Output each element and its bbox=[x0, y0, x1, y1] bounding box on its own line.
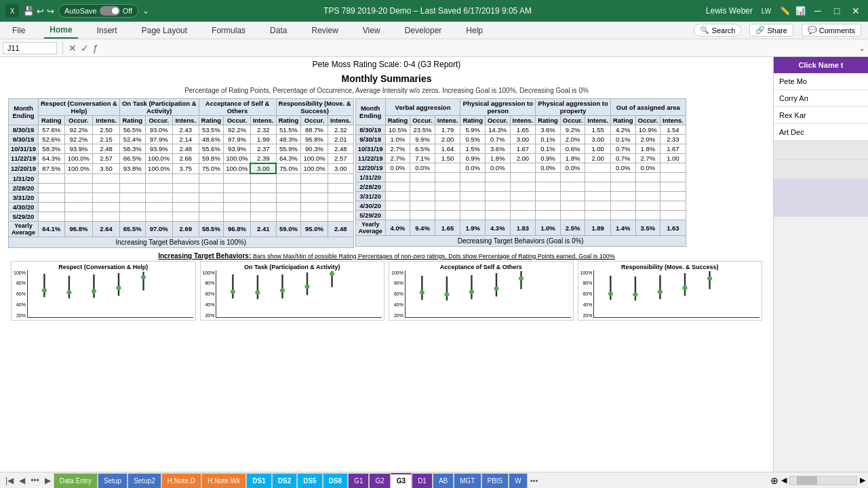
confirm-formula-icon[interactable]: ✓ bbox=[81, 43, 89, 54]
add-sheet-button[interactable]: ⊕ bbox=[770, 475, 778, 486]
sheet-tab-setup2[interactable]: Setup2 bbox=[127, 473, 161, 488]
scroll-right-button[interactable]: ▶ bbox=[860, 476, 865, 485]
save-icon[interactable]: 💾 bbox=[23, 6, 34, 16]
chart-responsibility-area: 100%80%60%40%20% bbox=[580, 270, 760, 318]
panel-header: Click Name t bbox=[774, 57, 868, 73]
chart-acceptance: Acceptance of Self & Others 100%80%60%40… bbox=[389, 261, 574, 321]
tab-insert[interactable]: Insert bbox=[92, 23, 123, 38]
yearly-avg-row-decreasing: YearlyAverage 4.0%9.4%1.65 1.9%4.3%1.83 … bbox=[355, 220, 686, 236]
more-sheets-indicator[interactable]: ••• bbox=[528, 476, 541, 485]
svg-point-7 bbox=[92, 289, 96, 293]
sheet-tab-w[interactable]: W bbox=[509, 473, 527, 488]
scrollbar[interactable] bbox=[789, 476, 857, 485]
table-row: 1/31/20 bbox=[355, 173, 686, 182]
table-row: 10/31/192.7%6.5%1.641.5%3.6%1.670.1%0.6%… bbox=[355, 144, 686, 154]
chart-acceptance-area: 100%80%60%40%20% bbox=[391, 270, 571, 318]
comments-button[interactable]: 💬 Comments bbox=[802, 24, 861, 37]
sheet-tab-ds1[interactable]: DS1 bbox=[246, 473, 271, 488]
sheet-tab-data-entry[interactable]: Data Entry bbox=[54, 473, 98, 488]
chart-ontask-yaxis: 100%80%60%40%20% bbox=[203, 270, 216, 318]
decreasing-table: MonthEnding Verbal aggression Physical a… bbox=[355, 98, 686, 236]
chart-ontask-title: On Task (Participation & Activity) bbox=[203, 264, 382, 270]
decreasing-section-label: Decreasing Target Behaviors (Goal is 0%) bbox=[355, 236, 686, 247]
charts-section: Increasing Target Behaviors: Bars show M… bbox=[11, 252, 762, 321]
table-row: 3/31/20 bbox=[9, 192, 354, 202]
tabs-first-button[interactable]: |◀ bbox=[3, 476, 16, 485]
chart-ontask-plot bbox=[216, 270, 382, 318]
quick-access-toolbar: 💾 ↩ ↪ bbox=[23, 6, 54, 16]
sheet-tab-ds8[interactable]: DS8 bbox=[323, 473, 348, 488]
scrollbar-thumb[interactable] bbox=[797, 476, 817, 485]
maximize-button[interactable]: □ bbox=[830, 4, 844, 18]
sheet-tab-ds2[interactable]: DS2 bbox=[272, 473, 297, 488]
tab-home[interactable]: Home bbox=[44, 22, 77, 39]
panel-item-corry[interactable]: Corry An bbox=[774, 90, 868, 107]
sheet-tab-pbis[interactable]: PBIS bbox=[481, 473, 509, 488]
svg-point-37 bbox=[658, 289, 663, 293]
sheet-tab-hnotewk[interactable]: H.Note.Wk bbox=[201, 473, 246, 488]
autosave-switch[interactable] bbox=[100, 6, 120, 16]
sheet-tab-ds5[interactable]: DS5 bbox=[297, 473, 322, 488]
tab-help[interactable]: Help bbox=[460, 23, 488, 38]
formula-input[interactable] bbox=[101, 44, 856, 52]
table-row: 8/30/1910.5%23.5%1.795.9%14.3%1.653.6%9.… bbox=[355, 125, 686, 135]
customize-icon[interactable]: ⌄ bbox=[142, 6, 149, 16]
tab-review[interactable]: Review bbox=[306, 23, 343, 38]
panel-item-rex[interactable]: Rex Kar bbox=[774, 107, 868, 124]
tab-developer[interactable]: Developer bbox=[399, 23, 448, 38]
prop-rating-h: Rating bbox=[536, 116, 561, 125]
present-icon[interactable]: 📊 bbox=[795, 6, 806, 16]
table-row: 11/22/192.7%7.1%1.500.9%1.8%2.000.9%1.8%… bbox=[355, 154, 686, 163]
sheet-tab-d1[interactable]: D1 bbox=[412, 473, 433, 488]
close-button[interactable]: ✕ bbox=[849, 4, 863, 18]
tab-page-layout[interactable]: Page Layout bbox=[136, 23, 193, 38]
tab-formulas[interactable]: Formulas bbox=[206, 23, 251, 38]
cell-reference-box[interactable] bbox=[3, 42, 57, 54]
spreadsheet[interactable]: Pete Moss Rating Scale: 0-4 (G3 Report) … bbox=[0, 57, 773, 472]
undo-icon[interactable]: ↩ bbox=[37, 6, 44, 16]
tab-file[interactable]: File bbox=[7, 23, 31, 38]
scroll-left-button[interactable]: ◀ bbox=[781, 476, 787, 485]
tab-view[interactable]: View bbox=[357, 23, 386, 38]
search-box[interactable]: 🔍 Search bbox=[694, 24, 742, 37]
panel-item-pete[interactable]: Pete Mo bbox=[774, 73, 868, 90]
search-icon: 🔍 bbox=[700, 26, 709, 35]
sheet-tab-ab[interactable]: AB bbox=[433, 473, 454, 488]
tabs-prev-button[interactable]: ◀ bbox=[16, 476, 28, 485]
sheet-tab-setup[interactable]: Setup bbox=[98, 473, 127, 488]
chart-respect-plot bbox=[27, 270, 193, 318]
sheet-tab-g1[interactable]: G1 bbox=[348, 473, 369, 488]
tab-data[interactable]: Data bbox=[264, 23, 292, 38]
sheet-tab-g2[interactable]: G2 bbox=[369, 473, 390, 488]
sheet-tab-hnoted[interactable]: H.Note.D bbox=[161, 473, 201, 488]
out-intens-h: Intens. bbox=[660, 116, 686, 125]
svg-point-26 bbox=[444, 292, 449, 296]
table-row: 10/31/1958.3%93.9%2.4858.3%93.9%2.4855.6… bbox=[9, 144, 354, 154]
table-row: 9/30/191.0%9.9%2.000.5%0.7%3.000.1%2.0%3… bbox=[355, 135, 686, 144]
verbal-header: Verbal aggression bbox=[385, 99, 460, 116]
table-row: 9/30/1952.6%92.2%2.1552.4%97.9%2.1448.6%… bbox=[9, 135, 354, 144]
insert-function-icon[interactable]: ƒ bbox=[93, 43, 98, 54]
edit-icon[interactable]: ✏️ bbox=[780, 6, 790, 16]
svg-point-29 bbox=[519, 276, 524, 280]
svg-point-18 bbox=[305, 284, 310, 288]
expand-formula-icon[interactable]: ⌄ bbox=[859, 43, 865, 53]
minimize-button[interactable]: ─ bbox=[811, 4, 825, 18]
title-bar: X 💾 ↩ ↪ AutoSave Off ⌄ TPS 789 2019-20 D… bbox=[0, 0, 868, 22]
res-occur-header: Occur. bbox=[301, 116, 328, 125]
ribbon: File Home Insert Page Layout Formulas Da… bbox=[0, 22, 868, 39]
panel-item-art[interactable]: Art Dec bbox=[774, 124, 868, 141]
tabs-more-button[interactable]: ••• bbox=[28, 476, 42, 485]
svg-point-16 bbox=[256, 290, 260, 294]
table-row: 2/28/20 bbox=[355, 182, 686, 192]
share-button[interactable]: 🔗 Share bbox=[749, 24, 793, 37]
autosave-toggle[interactable]: AutoSave Off bbox=[58, 4, 138, 18]
redo-icon[interactable]: ↪ bbox=[47, 6, 54, 16]
user-avatar[interactable]: LW bbox=[758, 3, 774, 19]
cancel-formula-icon[interactable]: ✕ bbox=[68, 43, 77, 54]
sheet-tab-g3[interactable]: G3 bbox=[391, 473, 412, 488]
tabs-next-button[interactable]: ▶ bbox=[42, 476, 54, 485]
r-rating-header: Rating bbox=[38, 116, 64, 125]
out-rating-h: Rating bbox=[610, 116, 635, 125]
sheet-tab-mgt[interactable]: MGT bbox=[454, 473, 481, 488]
